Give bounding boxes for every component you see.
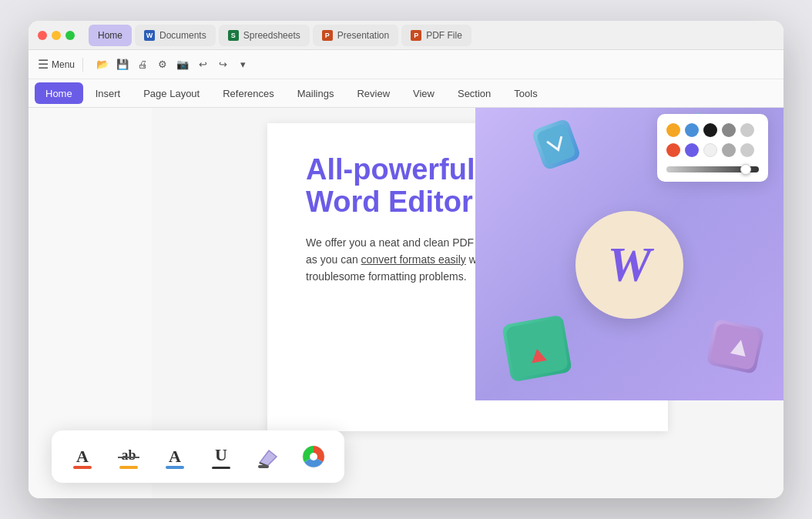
color-wheel-icon	[298, 441, 329, 472]
nav-view[interactable]: View	[402, 82, 445, 104]
nav-insert-label: Insert	[96, 88, 121, 99]
svg-text:A: A	[169, 447, 181, 466]
svg-text:A: A	[76, 447, 89, 466]
underline-text: convert formats easily	[361, 253, 466, 266]
tab-presentation[interactable]: P Presentation	[313, 25, 398, 46]
svg-rect-5	[710, 323, 761, 371]
dropdown-icon[interactable]: ▾	[234, 56, 251, 73]
strikethrough-icon: ab	[113, 441, 144, 472]
underline-icon: U	[206, 441, 237, 472]
menu-button[interactable]: ☰ Menu	[38, 57, 75, 72]
tab-spreadsheets-label: Spreedsheets	[243, 30, 300, 41]
text-color-button[interactable]: A	[67, 441, 98, 472]
open-file-icon[interactable]: 📂	[94, 56, 111, 73]
tab-home[interactable]: Home	[89, 25, 132, 46]
nav-references-label: References	[223, 88, 273, 99]
tab-documents-label: Documents	[159, 30, 206, 41]
nav-page-layout-label: Page Layout	[143, 88, 200, 99]
nav-section[interactable]: Section	[447, 82, 502, 104]
strikethrough-button[interactable]: ab	[113, 441, 144, 472]
pdf-icon: P	[411, 30, 421, 41]
tab-spreadsheets[interactable]: S Spreedsheets	[219, 25, 310, 46]
color-slider-container	[666, 166, 759, 172]
save-icon[interactable]: 💾	[114, 56, 131, 73]
tab-pdf[interactable]: P PDF File	[401, 25, 471, 46]
minimize-button[interactable]	[52, 31, 61, 40]
nav-insert[interactable]: Insert	[85, 82, 132, 104]
w-coin: W	[575, 211, 683, 319]
nav-review[interactable]: Review	[346, 82, 401, 104]
tab-home-label: Home	[98, 30, 122, 41]
tab-documents[interactable]: W Documents	[135, 25, 216, 46]
color-orange[interactable]	[666, 123, 680, 137]
float-green-element	[502, 315, 572, 383]
color-purple[interactable]	[685, 143, 699, 157]
svg-rect-13	[166, 466, 184, 469]
titlebar: Home W Documents S Spreedsheets P Presen…	[29, 21, 783, 50]
undo-icon[interactable]: ↩	[194, 56, 211, 73]
ribbon-toolbar: ☰ Menu 📂 💾 🖨 ⚙ 📷 ↩ ↪ ▾	[29, 50, 783, 79]
w-logo: W	[608, 236, 652, 293]
brightness-slider[interactable]	[666, 166, 759, 172]
toolbar-icons: 📂 💾 🖨 ⚙ 📷 ↩ ↪ ▾	[94, 56, 251, 73]
app-window: Home W Documents S Spreedsheets P Presen…	[29, 21, 783, 498]
nav-tools-label: Tools	[514, 88, 537, 99]
nav-mailings-label: Mailings	[297, 88, 334, 99]
color-row-1	[666, 123, 759, 137]
color-light-gray-2[interactable]	[740, 143, 754, 157]
redo-icon[interactable]: ↪	[214, 56, 231, 73]
svg-point-18	[310, 453, 317, 460]
float-purple-element	[706, 319, 764, 374]
eraser-button[interactable]	[252, 441, 283, 472]
title-line2: Word Editor	[306, 186, 473, 218]
color-blue[interactable]	[685, 123, 699, 137]
color-black[interactable]	[703, 123, 717, 137]
tab-presentation-label: Presentation	[337, 30, 389, 41]
sheets-icon: S	[228, 30, 239, 41]
color-light-gray[interactable]	[740, 123, 754, 137]
nav-page-layout[interactable]: Page Layout	[133, 82, 210, 104]
font-color-icon: A	[159, 441, 190, 472]
color-white[interactable]	[703, 143, 717, 157]
word-icon: W	[144, 30, 155, 41]
bottom-toolbar: A ab A U	[52, 430, 344, 483]
slider-thumb	[740, 164, 751, 175]
svg-rect-3	[505, 318, 569, 378]
color-medium-gray[interactable]	[722, 143, 736, 157]
camera-icon[interactable]: 📷	[174, 56, 191, 73]
color-picker-panel	[657, 114, 768, 182]
underline-button[interactable]: U	[206, 441, 237, 472]
svg-rect-11	[119, 466, 138, 469]
color-red[interactable]	[666, 143, 680, 157]
nav-view-label: View	[413, 88, 435, 99]
ribbon-nav: Home Insert Page Layout References Maili…	[29, 79, 783, 107]
nav-tools[interactable]: Tools	[503, 82, 548, 104]
svg-rect-15	[212, 467, 230, 469]
float-blue-element	[531, 118, 582, 171]
color-gray[interactable]	[722, 123, 736, 137]
title-line1: All-powerful	[306, 153, 475, 186]
nav-references[interactable]: References	[212, 82, 284, 104]
color-wheel-button[interactable]	[298, 441, 329, 472]
nav-home[interactable]: Home	[35, 82, 83, 104]
ppt-icon: P	[322, 30, 333, 41]
nav-section-label: Section	[458, 88, 491, 99]
ribbon: ☰ Menu 📂 💾 🖨 ⚙ 📷 ↩ ↪ ▾ Home Insert	[29, 50, 783, 108]
nav-home-label: Home	[45, 88, 72, 99]
settings-icon[interactable]: ⚙	[154, 56, 171, 73]
svg-rect-16	[258, 465, 269, 468]
nav-mailings[interactable]: Mailings	[287, 82, 345, 104]
print-icon[interactable]: 🖨	[134, 56, 151, 73]
eraser-icon	[252, 441, 283, 472]
nav-review-label: Review	[357, 88, 390, 99]
close-button[interactable]	[38, 31, 47, 40]
toolbar-separator	[82, 58, 83, 72]
maximize-button[interactable]	[65, 31, 75, 40]
text-color-icon: A	[67, 441, 98, 472]
svg-text:U: U	[215, 445, 227, 464]
font-color-button[interactable]: A	[159, 441, 190, 472]
color-row-2	[666, 143, 759, 157]
tab-pdf-label: PDF File	[426, 30, 462, 41]
traffic-lights	[38, 31, 75, 40]
svg-rect-8	[73, 466, 92, 469]
